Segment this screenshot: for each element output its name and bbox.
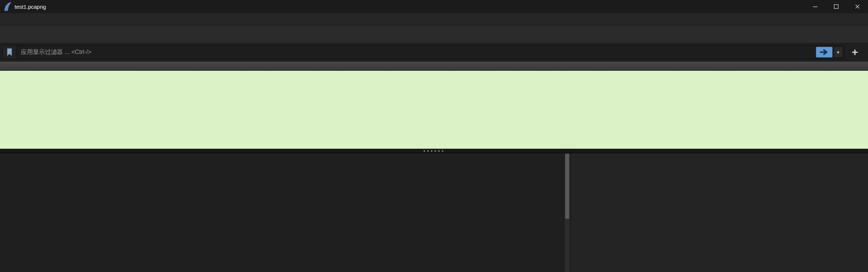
wireshark-window: test1.pcapng 应用显示过滤器 ... <Ctrl-/> ▾ + [0, 0, 868, 272]
apply-arrow-icon [819, 49, 829, 55]
packet-list-header [0, 61, 868, 71]
add-filter-button[interactable]: + [845, 45, 865, 59]
filter-toolbar: 应用显示过滤器 ... <Ctrl-/> ▾ + [0, 43, 868, 61]
scrollbar-thumb[interactable] [565, 154, 569, 219]
packet-details-pane [0, 153, 564, 272]
main-toolbar [0, 26, 868, 43]
filter-dropdown-chevron[interactable]: ▾ [833, 47, 843, 58]
apply-filter-button[interactable] [816, 47, 833, 58]
minimize-button[interactable] [805, 0, 826, 13]
packet-bytes-pane [570, 153, 868, 272]
filter-bookmark-button[interactable] [3, 46, 16, 59]
menubar [0, 13, 868, 26]
bookmark-icon [6, 48, 13, 57]
close-button[interactable] [847, 0, 868, 13]
pane-splitter[interactable] [0, 149, 868, 153]
display-filter-input[interactable]: 应用显示过滤器 ... <Ctrl-/> ▾ [2, 45, 845, 59]
titlebar[interactable]: test1.pcapng [0, 0, 868, 13]
splitter-grip-icon [424, 150, 445, 152]
maximize-button[interactable] [826, 0, 847, 13]
window-title: test1.pcapng [15, 4, 46, 10]
lower-panes [0, 153, 868, 272]
details-scrollbar[interactable] [564, 153, 570, 272]
wireshark-logo-icon [4, 2, 12, 11]
packet-list [0, 71, 868, 149]
window-controls [805, 0, 868, 13]
filter-placeholder-text: 应用显示过滤器 ... <Ctrl-/> [21, 48, 91, 56]
